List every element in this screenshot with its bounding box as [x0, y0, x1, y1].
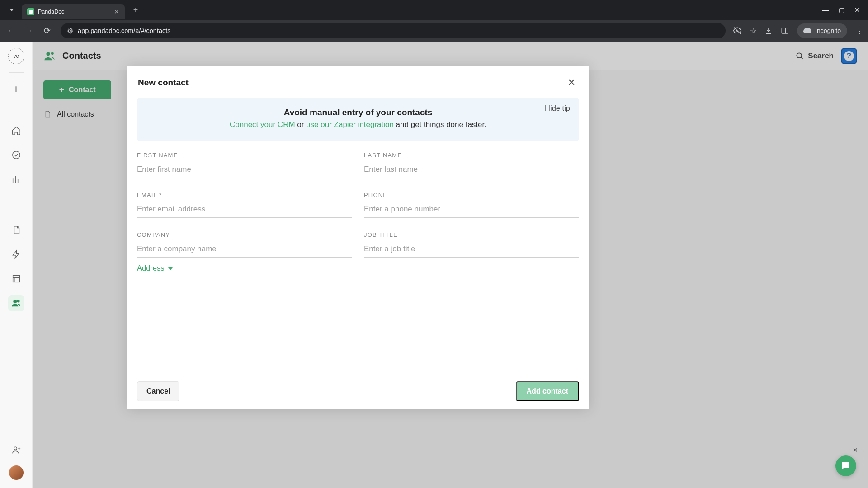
close-window-icon[interactable]: ✕ — [854, 6, 860, 14]
tip-headline: Avoid manual entry of your contacts — [147, 108, 569, 117]
phone-input[interactable] — [364, 202, 579, 218]
browser-menu-icon[interactable]: ⋮ — [855, 26, 863, 36]
svg-point-2 — [12, 151, 20, 159]
documents-icon[interactable] — [8, 222, 24, 238]
main-content: Contacts Search ? + Contact All contacts… — [33, 42, 868, 488]
job-title-field: JOB TITLE — [364, 231, 579, 258]
window-controls: — ▢ ✕ — [822, 6, 868, 14]
reload-button[interactable]: ⟳ — [41, 24, 53, 37]
new-contact-modal: New contact ✕ Hide tip Avoid manual entr… — [127, 66, 589, 409]
address-bar[interactable]: ⚙ app.pandadoc.com/a/#/contacts — [61, 23, 726, 38]
site-settings-icon[interactable]: ⚙ — [67, 27, 73, 35]
tip-text-tail: and get things done faster. — [394, 120, 486, 129]
contact-form: FIRST NAME LAST NAME EMAIL * PHONE COMPA… — [127, 141, 589, 262]
tab-title: PandaDoc — [38, 9, 110, 15]
zapier-link[interactable]: use our Zapier integration — [306, 120, 394, 129]
eye-off-icon[interactable] — [733, 26, 742, 35]
address-toggle-label: Address — [137, 264, 165, 272]
forward-button[interactable]: → — [23, 24, 35, 37]
downloads-icon[interactable] — [764, 27, 773, 35]
email-field: EMAIL * — [137, 192, 352, 218]
incognito-chip[interactable]: Incognito — [797, 23, 847, 38]
url-text: app.pandadoc.com/a/#/contacts — [78, 27, 171, 34]
modal-header: New contact ✕ — [127, 66, 589, 95]
browser-tab-strip: PandaDoc ✕ + — ▢ ✕ — [0, 0, 868, 20]
tab-search-dropdown[interactable] — [2, 0, 22, 20]
phone-label: PHONE — [364, 192, 579, 198]
company-label: COMPANY — [137, 231, 352, 238]
svg-point-5 — [17, 300, 19, 302]
close-modal-button[interactable]: ✕ — [565, 76, 578, 89]
job-title-label: JOB TITLE — [364, 231, 579, 238]
minimize-icon[interactable]: — — [822, 6, 829, 14]
tip-banner: Hide tip Avoid manual entry of your cont… — [137, 98, 579, 141]
workspace-avatar[interactable]: vc — [8, 48, 24, 64]
tasks-icon[interactable] — [8, 147, 24, 163]
bookmark-star-icon[interactable]: ☆ — [750, 27, 756, 35]
chat-bubble-button[interactable] — [835, 455, 856, 476]
back-button[interactable]: ← — [5, 24, 17, 37]
company-input[interactable] — [137, 242, 352, 258]
last-name-input[interactable] — [364, 162, 579, 178]
modal-title: New contact — [138, 78, 189, 88]
cancel-button[interactable]: Cancel — [137, 381, 179, 401]
incognito-label: Incognito — [815, 27, 841, 34]
tip-text-mid: or — [295, 120, 307, 129]
browser-toolbar: ← → ⟳ ⚙ app.pandadoc.com/a/#/contacts ☆ … — [0, 20, 868, 42]
contacts-icon[interactable] — [8, 295, 24, 311]
user-avatar[interactable] — [9, 465, 24, 480]
home-icon[interactable] — [8, 122, 24, 139]
reports-icon[interactable] — [8, 171, 24, 188]
connect-crm-link[interactable]: Connect your CRM — [230, 120, 295, 129]
app-sidebar: vc + — [0, 42, 33, 488]
chat-close-icon[interactable]: ✕ — [853, 446, 858, 454]
svg-rect-0 — [782, 28, 788, 33]
first-name-field: FIRST NAME — [137, 152, 352, 178]
svg-point-6 — [14, 447, 16, 450]
email-input[interactable] — [137, 202, 352, 218]
first-name-input[interactable] — [137, 162, 352, 178]
email-label: EMAIL * — [137, 192, 352, 198]
create-new-icon[interactable]: + — [8, 81, 24, 97]
chevron-down-icon — [168, 267, 173, 270]
maximize-icon[interactable]: ▢ — [839, 6, 844, 14]
job-title-input[interactable] — [364, 242, 579, 258]
invite-team-icon[interactable] — [8, 442, 24, 458]
sidebar-separator — [9, 72, 24, 73]
hide-tip-button[interactable]: Hide tip — [545, 104, 570, 113]
incognito-icon — [803, 28, 811, 33]
phone-field: PHONE — [364, 192, 579, 218]
close-tab-icon[interactable]: ✕ — [114, 8, 119, 15]
side-panel-icon[interactable] — [781, 27, 789, 35]
add-contact-button[interactable]: Add contact — [516, 381, 579, 401]
new-tab-button[interactable]: + — [129, 4, 142, 16]
app-root: vc + — [0, 42, 868, 488]
automations-icon[interactable] — [8, 246, 24, 263]
company-field: COMPANY — [137, 231, 352, 258]
tip-body: Connect your CRM or use our Zapier integ… — [147, 120, 569, 129]
last-name-field: LAST NAME — [364, 152, 579, 178]
last-name-label: LAST NAME — [364, 152, 579, 159]
svg-point-4 — [14, 300, 16, 303]
chat-icon — [840, 460, 851, 471]
chevron-down-icon — [9, 9, 14, 11]
browser-tab[interactable]: PandaDoc ✕ — [22, 4, 125, 19]
pandadoc-favicon-icon — [27, 8, 34, 15]
templates-icon[interactable] — [8, 271, 24, 287]
address-expand-toggle[interactable]: Address — [127, 262, 589, 272]
svg-rect-3 — [13, 276, 19, 282]
first-name-label: FIRST NAME — [137, 152, 352, 159]
modal-footer: Cancel Add contact — [127, 374, 589, 409]
